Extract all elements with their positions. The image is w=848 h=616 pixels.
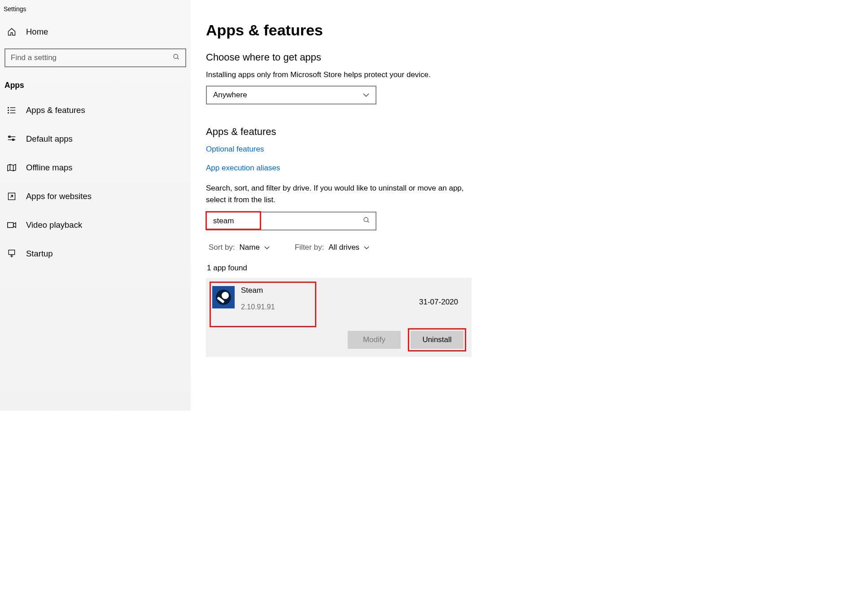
sidebar-item-label: Offline maps [26,163,73,173]
filter-value: All drives [328,243,359,252]
choose-description: Installing apps only from Microsoft Stor… [206,70,472,79]
svg-point-2 [8,107,9,108]
search-icon [173,53,180,62]
app-source-dropdown[interactable]: Anywhere [206,86,376,104]
apps-help-text: Search, sort, and filter by drive. If yo… [206,182,472,205]
video-icon [6,221,17,229]
page-title: Apps & features [206,22,472,39]
svg-rect-16 [9,250,14,255]
app-search-input[interactable]: steam [206,212,376,230]
svg-rect-15 [8,223,13,228]
sidebar: Settings Home Find a setting Apps Apps &… [0,0,191,411]
search-settings-input[interactable]: Find a setting [4,48,186,67]
dropdown-value: Anywhere [213,91,247,100]
steam-app-icon [212,286,235,308]
app-name: Steam [241,286,275,295]
sidebar-item-label: Startup [26,249,53,259]
list-icon [6,106,17,114]
svg-point-6 [8,113,9,113]
search-placeholder: Find a setting [11,53,57,62]
chevron-down-icon [364,243,369,252]
sort-label: Sort by: [209,243,235,252]
sidebar-item-video-playback[interactable]: Video playback [0,214,191,236]
sidebar-item-startup[interactable]: Startup [0,243,191,265]
app-row[interactable]: Steam 2.10.91.91 31-07-2020 [210,282,463,314]
sidebar-item-apps-for-websites[interactable]: Apps for websites [0,185,191,208]
home-icon [6,27,17,36]
svg-line-20 [367,221,369,222]
sidebar-item-label: Video playback [26,220,82,230]
sort-by-dropdown[interactable]: Sort by: Name [209,243,270,252]
sidebar-section-label: Apps [0,78,191,99]
modify-button: Modify [348,331,401,349]
home-label: Home [26,27,48,37]
sort-value: Name [240,243,260,252]
svg-point-19 [364,217,368,221]
sidebar-item-label: Apps & features [26,105,85,115]
sidebar-item-apps-features[interactable]: Apps & features [0,99,191,121]
svg-point-0 [174,54,178,58]
app-version: 2.10.91.91 [241,303,275,311]
map-icon [6,164,17,172]
sidebar-item-default-apps[interactable]: Default apps [0,128,191,150]
uninstall-label: Uninstall [422,335,451,344]
svg-line-1 [177,58,179,59]
svg-point-4 [8,110,9,111]
chevron-down-icon [264,243,270,252]
startup-icon [6,249,17,258]
home-nav[interactable]: Home [0,22,191,42]
open-icon [6,192,17,201]
chevron-down-icon [363,91,369,100]
result-count: 1 app found [206,264,472,273]
window-title: Settings [0,4,191,22]
choose-heading: Choose where to get apps [206,52,472,63]
sliders-icon [6,135,17,143]
optional-features-link[interactable]: Optional features [206,145,472,154]
search-icon [363,217,370,226]
sidebar-item-label: Default apps [26,134,73,144]
app-execution-aliases-link[interactable]: App execution aliases [206,164,472,173]
sidebar-item-label: Apps for websites [26,191,92,201]
sidebar-item-offline-maps[interactable]: Offline maps [0,156,191,179]
filter-by-dropdown[interactable]: Filter by: All drives [295,243,369,252]
apps-heading: Apps & features [206,126,472,138]
main-content: Apps & features Choose where to get apps… [191,0,487,411]
filter-label: Filter by: [295,243,324,252]
app-search-value: steam [207,217,363,226]
uninstall-button[interactable]: Uninstall [411,331,463,349]
app-card[interactable]: Steam 2.10.91.91 31-07-2020 Modify Unins… [206,278,472,357]
app-install-date: 31-07-2020 [419,298,458,307]
